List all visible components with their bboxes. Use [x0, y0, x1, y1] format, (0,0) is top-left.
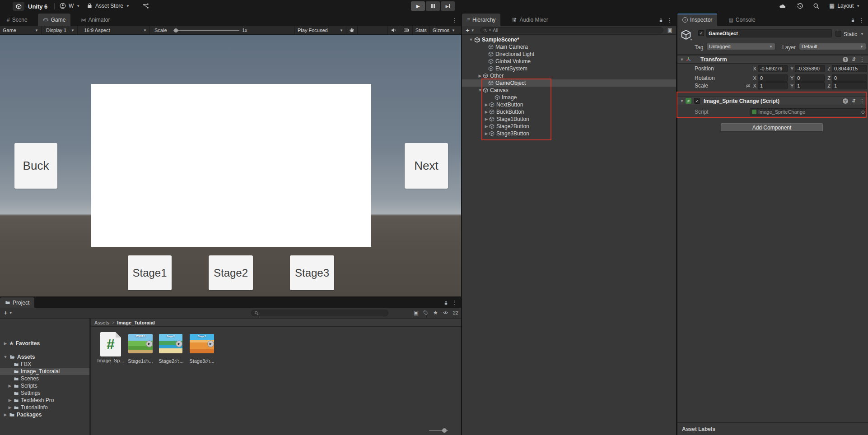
tab-audio-mixer[interactable]: Audio Mixer [507, 14, 553, 26]
create-asset-button[interactable]: + ▼ [4, 309, 13, 316]
expand-arrow-icon[interactable]: ▶ [477, 74, 483, 78]
component-menu-icon[interactable]: ⋮ [859, 98, 865, 104]
rotation-y-field[interactable]: 0 [795, 74, 825, 82]
hierarchy-scene-row[interactable]: ▼ SampleScene* [462, 36, 676, 43]
account-menu[interactable]: W ▼ [60, 3, 80, 9]
sprite-expand-icon[interactable]: ▶ [207, 340, 214, 347]
panel-menu-icon[interactable]: ⋮ [667, 17, 672, 23]
object-picker-icon[interactable]: ⊙ [861, 110, 865, 115]
script-enabled-checkbox[interactable]: ✓ [694, 98, 700, 104]
static-chevron-icon[interactable]: ▼ [860, 32, 864, 36]
stats-button[interactable]: Stats [413, 26, 430, 34]
tree-item-folder[interactable]: Scenes [0, 375, 89, 382]
layout-menu[interactable]: ▦ Layout ▼ [829, 3, 860, 9]
scale-slider[interactable] [173, 30, 239, 31]
expand-arrow-icon[interactable]: ▶ [7, 384, 13, 388]
expand-arrow-icon[interactable]: ▶ [484, 131, 489, 136]
hierarchy-item[interactable]: ▶ Stage3Button [462, 130, 676, 137]
version-control-branch-icon[interactable] [143, 3, 149, 9]
sprite-expand-icon[interactable]: ▶ [176, 340, 182, 347]
debug-button[interactable] [346, 26, 358, 34]
add-component-button[interactable]: Add Component [721, 123, 823, 132]
tab-inspector[interactable]: i Inspector [677, 14, 717, 26]
hierarchy-item[interactable]: ▶ Stage1Button [462, 116, 676, 123]
expand-arrow-icon[interactable]: ▶ [3, 412, 8, 417]
tab-project[interactable]: Project [0, 297, 34, 308]
search-filter-chevron-icon[interactable]: ▼ [489, 29, 491, 32]
constrain-proportions-icon[interactable] [745, 83, 751, 88]
panel-menu-icon[interactable]: ⋮ [859, 17, 864, 23]
tree-item-assets[interactable]: ▼ Assets [0, 353, 89, 361]
collapse-arrow-icon[interactable]: ▼ [3, 355, 8, 359]
hierarchy-item[interactable]: ▼ Canvas [462, 87, 676, 94]
mute-audio-button[interactable] [387, 26, 400, 34]
cloud-icon[interactable] [779, 3, 786, 9]
hierarchy-item[interactable]: Main Camera [462, 43, 676, 51]
expand-arrow-icon[interactable]: ▶ [484, 102, 489, 107]
hierarchy-item[interactable]: ▶ BuckButton [462, 108, 676, 116]
stage3-button[interactable]: Stage3 [290, 255, 334, 290]
scale-y-field[interactable]: 1 [795, 82, 825, 89]
tree-item-folder[interactable]: FBX [0, 361, 89, 368]
tree-item-packages[interactable]: ▶ Packages [0, 411, 89, 418]
tree-item-favorites[interactable]: ▶ ★ Favorites [0, 340, 89, 347]
help-icon[interactable]: ? [843, 57, 848, 62]
tab-animator[interactable]: ⋈ Animator [76, 14, 115, 26]
component-menu-icon[interactable]: ⋮ [859, 56, 865, 63]
asset-zoom-slider[interactable] [429, 430, 448, 431]
lock-icon[interactable] [658, 18, 663, 23]
rotation-x-field[interactable]: 0 [758, 74, 788, 82]
project-search-input[interactable] [251, 310, 388, 316]
transform-header[interactable]: ▼ Transform ? ⇵ ⋮ [677, 55, 868, 64]
aspect-ratio-dropdown[interactable]: 16:9 Aspect▼ [81, 26, 150, 34]
tree-item-folder[interactable]: Settings [0, 389, 89, 397]
stage1-button[interactable]: Stage1 [128, 255, 172, 290]
rotation-z-field[interactable]: 0 [832, 74, 867, 82]
hierarchy-item-selected[interactable]: GameObject [462, 79, 676, 87]
object-name-field[interactable]: GameObject [706, 29, 832, 37]
search-by-type-icon[interactable]: ▣ [414, 310, 419, 316]
gizmos-dropdown[interactable]: Gizmos▼ [430, 26, 458, 34]
create-object-button[interactable]: + ▼ [466, 27, 475, 34]
scale-slider-handle[interactable] [174, 28, 178, 32]
search-icon[interactable] [813, 3, 820, 9]
step-button[interactable]: ▶ [441, 1, 455, 11]
presets-icon[interactable]: ⇵ [852, 98, 856, 104]
lock-icon[interactable] [443, 300, 448, 305]
hierarchy-item[interactable]: Image [462, 94, 676, 101]
collapse-arrow-icon[interactable]: ▼ [468, 37, 474, 42]
hierarchy-item[interactable]: ▶ Stage2Button [462, 123, 676, 130]
panel-menu-icon[interactable]: ⋮ [452, 17, 457, 23]
hierarchy-item[interactable]: Global Volume [462, 58, 676, 65]
tree-item-folder-selected[interactable]: Image_Tutoraial [0, 368, 89, 375]
search-by-label-icon[interactable] [423, 310, 429, 315]
asset-item-stage3[interactable]: Stage 3 ▶ [190, 334, 214, 353]
pause-button[interactable] [426, 1, 440, 11]
tree-item-folder[interactable]: ▶ TextMesh Pro [0, 397, 89, 404]
asset-item-stage2[interactable]: Stage 2 ▶ [159, 334, 182, 353]
scale-x-field[interactable]: 1 [758, 82, 788, 89]
panel-menu-icon[interactable]: ⋮ [452, 300, 457, 306]
hidden-items-eye-icon[interactable] [443, 310, 448, 315]
asset-zoom-slider-handle[interactable] [442, 428, 447, 433]
collapse-arrow-icon[interactable]: ▼ [679, 99, 685, 103]
favorite-search-star-icon[interactable]: ★ [433, 310, 438, 316]
asset-store-menu[interactable]: Asset Store ▼ [87, 3, 130, 9]
tree-item-folder[interactable]: ▶ Scripts [0, 382, 89, 389]
play-mode-dropdown[interactable]: Play Focused▼ [294, 26, 346, 34]
layer-dropdown[interactable]: Default▼ [799, 43, 866, 50]
next-button[interactable]: Next [405, 143, 448, 189]
history-icon[interactable] [797, 3, 803, 9]
icon-picker-chevron[interactable]: ▼ [690, 38, 693, 41]
tab-game[interactable]: Game [38, 14, 71, 26]
tab-console[interactable]: ▤ Console [723, 14, 760, 26]
help-icon[interactable]: ? [843, 98, 848, 104]
play-button[interactable]: ▶ [411, 1, 425, 11]
hierarchy-item[interactable]: Directional Light [462, 51, 676, 58]
script-component-header[interactable]: ▼ # ✓ Image_Sprite Change (Script) ? ⇵ ⋮ [677, 97, 868, 105]
asset-item-stage1[interactable]: STAGE 1 ▶ [128, 334, 153, 353]
hierarchy-item[interactable]: EventSystem [462, 65, 676, 72]
active-checkbox[interactable]: ✓ [698, 30, 704, 36]
tree-item-folder[interactable]: ▶ TutorialInfo [0, 404, 89, 411]
scene-picker-icon[interactable]: ▣ [667, 27, 672, 33]
